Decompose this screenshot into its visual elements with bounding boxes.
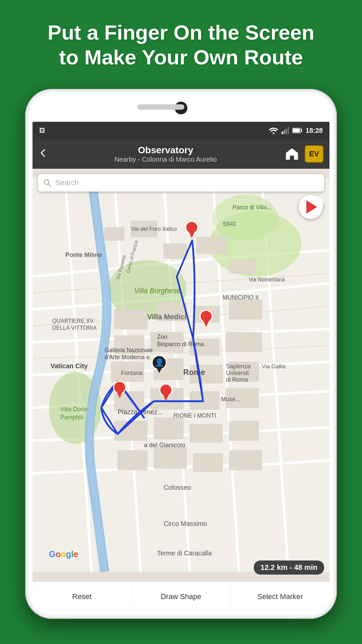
distance-label: 12.2 km - 48 min [260, 563, 317, 572]
svg-rect-25 [229, 300, 262, 319]
svg-marker-89 [163, 393, 169, 401]
wifi-icon [269, 127, 278, 134]
svg-marker-87 [116, 391, 123, 398]
ev-badge[interactable]: EV [305, 145, 323, 163]
svg-rect-21 [229, 260, 255, 273]
svg-text:Fontana: Fontana [121, 370, 143, 376]
svg-text:QUARTIERE XV: QUARTIERE XV [52, 318, 94, 324]
svg-line-76 [48, 184, 51, 186]
status-right: 18:28 [269, 127, 323, 135]
play-icon [306, 200, 317, 214]
svg-text:Google: Google [49, 549, 78, 559]
signal-icon [282, 127, 289, 134]
reset-label: Reset [72, 592, 92, 601]
svg-marker-83 [188, 231, 195, 238]
map-background: Villa Borghese Villa Doria Pamphili Parc… [33, 169, 329, 581]
header-line1: Put a Finger On the Screen [20, 20, 342, 45]
svg-marker-92 [156, 367, 163, 373]
svg-rect-36 [190, 391, 219, 410]
svg-rect-29 [226, 332, 262, 352]
back-button[interactable] [39, 148, 48, 160]
map-marker-2[interactable] [199, 310, 213, 328]
status-bar: 🖼 [33, 122, 329, 139]
svg-rect-44 [193, 454, 223, 472]
map-area: Villa Borghese Villa Doria Pamphili Parc… [33, 169, 329, 581]
svg-text:Terme di Caracalla: Terme di Caracalla [157, 549, 212, 557]
draw-shape-button[interactable]: Draw Shape [132, 582, 231, 611]
svg-text:Piazza Venez...: Piazza Venez... [118, 408, 163, 416]
home-button[interactable] [283, 145, 301, 163]
header-line2: to Make Your Own Route [20, 45, 342, 70]
svg-text:Bioparco di Roma: Bioparco di Roma [157, 341, 204, 347]
header-text: Put a Finger On the Screen to Make Your … [0, 20, 362, 70]
reset-button[interactable]: Reset [33, 582, 132, 611]
svg-rect-7 [293, 129, 300, 132]
svg-rect-38 [114, 421, 147, 441]
svg-marker-85 [203, 320, 209, 327]
svg-rect-6 [301, 129, 302, 132]
svg-text:👤: 👤 [155, 358, 164, 367]
svg-text:Muse...: Muse... [221, 396, 240, 402]
svg-rect-1 [282, 131, 283, 134]
phone-inner: 🖼 [28, 92, 334, 615]
select-marker-label: Select Marker [257, 592, 303, 601]
svg-text:Zoo: Zoo [157, 333, 168, 340]
svg-text:Villa Doria: Villa Doria [60, 406, 87, 413]
svg-text:Villa Borghese: Villa Borghese [134, 287, 180, 295]
svg-text:Pamphili: Pamphili [60, 414, 83, 421]
play-button[interactable] [299, 195, 323, 219]
svg-text:Via Nomentana: Via Nomentana [249, 277, 285, 282]
svg-point-15 [213, 195, 279, 240]
search-bar[interactable]: Search [38, 174, 324, 192]
svg-text:d'Arte Moderna e...: d'Arte Moderna e... [105, 354, 155, 361]
select-marker-button[interactable]: Select Marker [231, 582, 329, 611]
app-subtitle: Nearby - Colonna di Marco Aurelio [53, 156, 278, 163]
svg-text:Villa Medici: Villa Medici [147, 313, 186, 321]
battery-icon [292, 128, 302, 133]
svg-text:a del Gianicolo: a del Gianicolo [144, 441, 185, 448]
svg-text:Sapienza: Sapienza [226, 363, 251, 370]
svg-text:Ponte Milvio: Ponte Milvio [65, 251, 102, 258]
svg-rect-43 [154, 447, 187, 469]
notification-icon: 🖼 [39, 127, 45, 134]
svg-rect-41 [229, 421, 259, 441]
app-bar-actions: EV [283, 145, 323, 163]
svg-rect-19 [164, 244, 186, 259]
svg-text:Via Gallia: Via Gallia [262, 363, 286, 370]
svg-point-0 [273, 132, 274, 134]
svg-text:Vatican City: Vatican City [51, 362, 88, 370]
svg-text:DELLA VITTORIA: DELLA VITTORIA [52, 325, 97, 331]
draw-shape-label: Draw Shape [161, 592, 201, 601]
svg-text:Galleria Nazionale: Galleria Nazionale [105, 347, 153, 354]
svg-text:Colosseo: Colosseo [164, 484, 191, 491]
map-marker-person[interactable]: 👤 [152, 355, 167, 374]
svg-text:Parco di Villa...: Parco di Villa... [233, 204, 272, 211]
status-left: 🖼 [39, 127, 45, 134]
svg-rect-4 [288, 127, 289, 134]
svg-text:Rome: Rome [183, 368, 205, 377]
phone-frame: 🖼 [25, 89, 337, 619]
bottom-toolbar: Reset Draw Shape Select Marker [33, 581, 329, 611]
svg-text:MUNICIPIO II: MUNICIPIO II [223, 294, 259, 301]
phone-speaker [137, 104, 184, 110]
svg-rect-45 [229, 450, 262, 470]
search-icon [43, 179, 51, 187]
svg-rect-39 [154, 418, 183, 439]
svg-rect-42 [118, 450, 147, 470]
map-marker-1[interactable] [185, 221, 198, 239]
svg-rect-17 [105, 227, 124, 240]
svg-text:Circo Massimo: Circo Massimo [164, 520, 207, 527]
svg-rect-40 [190, 424, 223, 442]
map-marker-4[interactable] [159, 383, 173, 402]
svg-text:di Roma: di Roma [226, 376, 248, 383]
svg-text:SS41: SS41 [223, 221, 236, 227]
map-marker-3[interactable] [113, 381, 126, 399]
app-title: Observatory [53, 145, 278, 156]
search-placeholder: Search [55, 178, 79, 187]
svg-text:RIONE I MONTI: RIONE I MONTI [174, 412, 216, 419]
svg-rect-3 [286, 129, 287, 134]
phone-screen: 🖼 [33, 122, 329, 611]
svg-text:Universit: Universit [226, 370, 249, 376]
svg-rect-2 [284, 130, 285, 134]
app-bar-title: Observatory Nearby - Colonna di Marco Au… [53, 145, 278, 163]
